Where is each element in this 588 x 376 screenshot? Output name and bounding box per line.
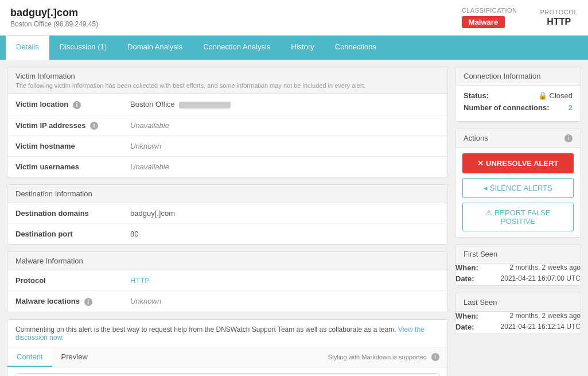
malware-info-table: Protocol HTTP Malware locations i Unknow… — [7, 270, 447, 312]
connection-info-body: Status: 🔒 Closed Number of connections: … — [455, 86, 581, 121]
actions-info-icon[interactable]: i — [564, 134, 573, 142]
protocol-value: HTTP — [122, 270, 447, 291]
victim-info-card: Victim Information The following victim … — [7, 67, 448, 177]
table-row: Victim hostname Unknown — [7, 136, 447, 157]
first-seen-date-label: Date: — [455, 274, 474, 283]
tab-connections[interactable]: Connections — [325, 36, 387, 60]
destination-info-card: Destination Information Destination doma… — [7, 184, 448, 245]
victim-location-label: Victim location i — [7, 94, 122, 115]
victim-info-header: Victim Information The following victim … — [7, 67, 447, 94]
last-seen-when-row: When: 2 months, 2 weeks ago — [455, 312, 581, 320]
top-bar-left: badguy[.]com Boston Office (96.89.249.45… — [10, 7, 98, 28]
unresolve-button[interactable]: ✕ UNRESOLVE ALERT — [462, 153, 574, 173]
victim-info-title: Victim Information — [15, 72, 75, 80]
main-content: Victim Information The following victim … — [0, 60, 588, 376]
protocol-link[interactable]: HTTP — [130, 276, 150, 285]
first-seen-body: When: 2 months, 2 weeks ago Date: 2021-0… — [455, 263, 581, 283]
protocol-value: HTTP — [540, 17, 578, 27]
malware-locations-label: Malware locations i — [7, 291, 122, 312]
victim-usernames-text: Unavailable — [130, 162, 169, 171]
dest-port-label: Destination port — [7, 224, 122, 245]
tab-bar: Details Discussion (1) Domain Analysis C… — [0, 36, 588, 60]
last-seen-body: When: 2 months, 2 weeks ago Date: 2021-0… — [455, 312, 581, 331]
comment-body — [7, 367, 447, 376]
connection-info-header: Connection Information — [455, 67, 581, 86]
last-seen-date-row: Date: 2021-04-21 16:12:14 UTC — [455, 323, 581, 331]
silence-button[interactable]: ◂ SILENCE ALERTS — [462, 178, 574, 198]
tab-history[interactable]: History — [281, 36, 324, 60]
victim-usernames-label: Victim usernames — [7, 157, 122, 177]
connections-row: Number of connections: 2 — [464, 103, 573, 112]
comment-section: Commenting on this alert is the best way… — [7, 319, 448, 376]
malware-info-card: Malware Information Protocol HTTP Malwar… — [7, 251, 448, 312]
tab-details[interactable]: Details — [6, 36, 49, 60]
last-seen-header: Last Seen — [455, 293, 581, 312]
table-row: Malware locations i Unknown — [7, 291, 447, 312]
right-panel: Connection Information Status: 🔒 Closed … — [455, 67, 581, 376]
table-row: Victim IP addresses i Unavailable — [7, 115, 447, 136]
dest-port-value: 80 — [122, 224, 447, 245]
table-row: Destination port 80 — [7, 224, 447, 245]
domain-title: badguy[.]com — [10, 7, 98, 19]
victim-ip-value: Unavailable — [122, 115, 447, 136]
protocol-block: PROTOCOL HTTP — [540, 9, 578, 27]
classification-block: CLASSIFICATION Malware — [462, 7, 517, 28]
comment-input[interactable] — [15, 373, 439, 376]
tab-connection-analysis[interactable]: Connection Analysis — [193, 36, 281, 60]
dest-domains-label: Destination domains — [7, 203, 122, 224]
office-info: Boston Office (96.89.249.45) — [10, 20, 98, 28]
tab-domain-analysis[interactable]: Domain Analysis — [117, 36, 193, 60]
victim-hostname-label: Victim hostname — [7, 136, 122, 157]
actions-card: Actions i ✕ UNRESOLVE ALERT ◂ SILENCE AL… — [455, 129, 581, 238]
malware-info-header: Malware Information — [7, 252, 447, 270]
false-positive-button[interactable]: ⚠ REPORT FALSE POSITIVE — [462, 203, 574, 231]
destination-info-header: Destination Information — [7, 185, 447, 203]
first-seen-when-row: When: 2 months, 2 weeks ago — [455, 263, 581, 272]
destination-info-table: Destination domains badguy[.]com Destina… — [7, 203, 447, 244]
top-bar: badguy[.]com Boston Office (96.89.249.45… — [0, 0, 588, 36]
victim-info-subtitle: The following victim information has bee… — [15, 82, 439, 89]
lock-icon: 🔒 — [538, 91, 547, 100]
status-label: Status: — [464, 91, 489, 100]
first-seen-card: First Seen When: 2 months, 2 weeks ago D… — [455, 245, 581, 286]
protocol-label: Protocol — [7, 270, 122, 291]
markdown-info-icon[interactable]: i — [431, 353, 439, 361]
actions-title: Actions — [464, 134, 488, 142]
first-seen-header: First Seen — [455, 245, 581, 263]
comment-markdown-note: Styling with Markdown is supported i — [320, 348, 447, 367]
last-seen-when-value: 2 months, 2 weeks ago — [510, 312, 581, 320]
info-icon[interactable]: i — [73, 101, 81, 109]
info-icon[interactable]: i — [84, 298, 92, 306]
malware-locations-text: Unknown — [130, 297, 161, 305]
dest-domains-value: badguy[.]com — [122, 203, 447, 224]
actions-body: ✕ UNRESOLVE ALERT ◂ SILENCE ALERTS ⚠ REP… — [455, 148, 581, 237]
last-seen-when-label: When: — [455, 312, 478, 320]
comment-tab-content[interactable]: Content — [7, 348, 52, 367]
connection-info-card: Connection Information Status: 🔒 Closed … — [455, 67, 581, 122]
victim-usernames-value: Unavailable — [122, 157, 447, 177]
status-value: 🔒 Closed — [538, 91, 573, 100]
table-row: Destination domains badguy[.]com — [7, 203, 447, 224]
table-row: Victim usernames Unavailable — [7, 157, 447, 177]
victim-ip-text: Unavailable — [130, 121, 169, 130]
victim-location-value: Boston Office — [122, 94, 447, 115]
last-seen-date-value: 2021-04-21 16:12:14 UTC — [501, 323, 581, 331]
classification-label: CLASSIFICATION — [462, 7, 517, 14]
redacted-value — [179, 102, 231, 108]
victim-info-table: Victim location i Boston Office Victim I… — [7, 94, 447, 177]
victim-ip-label: Victim IP addresses i — [7, 115, 122, 136]
first-seen-when-label: When: — [455, 263, 478, 272]
tab-discussion[interactable]: Discussion (1) — [49, 36, 117, 60]
comment-notice-text: Commenting on this alert is the best way… — [15, 325, 398, 334]
connections-value: 2 — [568, 103, 573, 112]
first-seen-date-row: Date: 2021-04-21 16:07:00 UTC — [455, 274, 581, 283]
comment-notice: Commenting on this alert is the best way… — [7, 320, 447, 348]
top-bar-right: CLASSIFICATION Malware PROTOCOL HTTP — [462, 7, 578, 28]
comment-tab-preview[interactable]: Preview — [52, 348, 97, 367]
last-seen-date-label: Date: — [455, 323, 474, 331]
table-row: Protocol HTTP — [7, 270, 447, 291]
malware-locations-value: Unknown — [122, 291, 447, 312]
last-seen-card: Last Seen When: 2 months, 2 weeks ago Da… — [455, 293, 581, 334]
info-icon[interactable]: i — [90, 122, 98, 130]
first-seen-date-value: 2021-04-21 16:07:00 UTC — [501, 274, 581, 283]
